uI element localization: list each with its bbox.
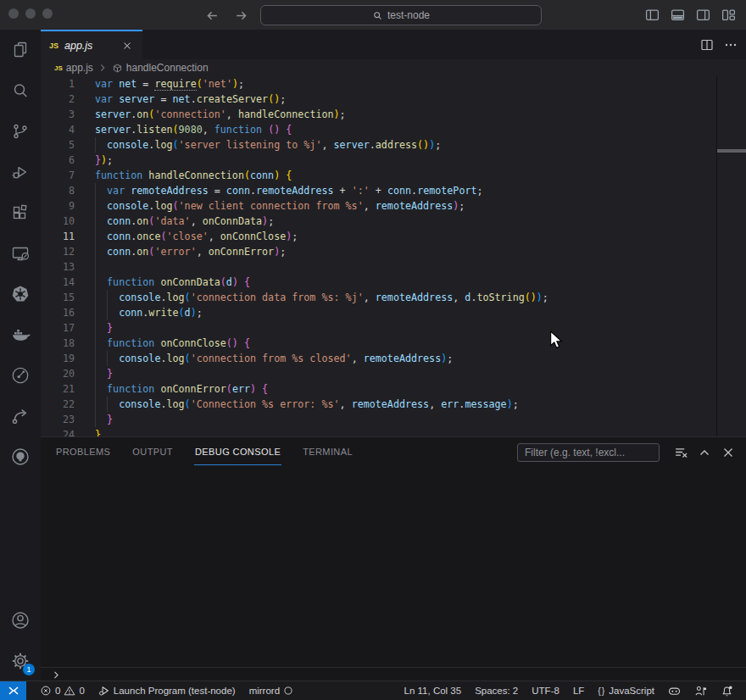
line-number: 3 [41, 107, 75, 122]
code-line-22[interactable]: 22 console.log('Connection %s error: %s'… [41, 397, 746, 412]
panel-tab-output[interactable]: OUTPUT [131, 439, 174, 465]
activity-bar-item-commit-graph[interactable] [0, 355, 41, 396]
code-line-3[interactable]: 3server.on('connection', handleConnectio… [41, 107, 746, 122]
activity-bar-item-accounts[interactable] [0, 600, 41, 641]
code-line-11[interactable]: 11 conn.once('close', onConnClose); [41, 229, 746, 244]
code-line-6[interactable]: 6}); [41, 153, 746, 168]
panel-tab-terminal[interactable]: TERMINAL [302, 439, 354, 465]
code-line-2[interactable]: 2var server = net.createServer(); [41, 92, 746, 107]
code-text: server.listen(9080, function () { [95, 122, 292, 137]
command-center-search[interactable]: test-node [260, 5, 542, 25]
remote-indicator[interactable] [0, 681, 26, 700]
activity-bar-item-search[interactable] [0, 70, 41, 111]
debug-console-repl-input[interactable] [41, 667, 746, 681]
activity-bar-item-run-and-debug[interactable] [0, 152, 41, 192]
code-line-8[interactable]: 8 var remoteAddress = conn.remoteAddress… [41, 183, 746, 198]
code-line-4[interactable]: 4server.listen(9080, function () { [41, 122, 746, 137]
customize-layout-button[interactable] [721, 8, 736, 22]
nav-back-button[interactable] [203, 7, 220, 24]
status-notifications[interactable] [715, 681, 739, 700]
line-number: 4 [41, 122, 75, 137]
close-tab-icon[interactable] [120, 39, 134, 53]
symbol-cube-icon [112, 63, 123, 74]
window-close-button[interactable] [8, 8, 19, 19]
split-editor-icon[interactable] [700, 38, 714, 52]
clear-console-icon[interactable] [673, 445, 688, 460]
code-line-7[interactable]: 7function handleConnection(conn) { [41, 168, 746, 183]
code-line-14[interactable]: 14 function onConnData(d) { [41, 275, 746, 290]
code-line-1[interactable]: 1var net = require('net'); [41, 76, 746, 92]
code-line-5[interactable]: 5 console.log('server listening to %j', … [41, 137, 746, 153]
code-line-10[interactable]: 10 conn.on('data', onConnData); [41, 214, 746, 229]
line-number: 19 [41, 351, 75, 366]
overview-ruler-marker [717, 149, 746, 153]
window-zoom-button[interactable] [42, 8, 53, 19]
line-number: 7 [41, 168, 75, 183]
code-line-23[interactable]: 23 } [41, 412, 746, 427]
activity-bar-item-explorer[interactable] [0, 30, 41, 70]
code-line-16[interactable]: 16 conn.write(d); [41, 305, 746, 320]
code-text: } [95, 320, 113, 336]
status-encoding[interactable]: UTF-8 [526, 681, 565, 700]
status-language-mode[interactable]: {}JavaScript [592, 681, 660, 700]
debug-console-filter-input[interactable] [517, 443, 660, 462]
code-line-13[interactable]: 13 [41, 259, 746, 275]
toggle-primary-sidebar-button[interactable] [645, 8, 660, 22]
code-line-9[interactable]: 9 console.log('new client connection fro… [41, 198, 746, 214]
status-copilot[interactable] [662, 681, 687, 700]
code-line-20[interactable]: 20 } [41, 366, 746, 381]
activity-bar-item-remote-explorer[interactable] [0, 233, 41, 274]
activity-bar-item-kubernetes[interactable] [0, 274, 41, 314]
code-text: console.log('connection from %s closed',… [95, 351, 453, 366]
breadcrumb-file[interactable]: app.js [66, 62, 93, 74]
line-number: 17 [41, 320, 75, 336]
panel-header: PROBLEMSOUTPUTDEBUG CONSOLETERMINAL [41, 437, 746, 467]
code-editor[interactable]: 1var net = require('net');2var server = … [41, 76, 746, 436]
code-line-12[interactable]: 12 conn.on('error', onConnError); [41, 244, 746, 259]
nav-forward-button[interactable] [232, 7, 249, 24]
panel-tab-debug-console[interactable]: DEBUG CONSOLE [194, 439, 281, 465]
code-line-21[interactable]: 21 function onConnError(err) { [41, 381, 746, 397]
line-number: 20 [41, 366, 75, 381]
activity-bar-item-github[interactable] [0, 436, 41, 477]
settings-badge: 1 [23, 664, 35, 675]
indent-guide [95, 259, 96, 275]
code-text: } [95, 427, 101, 436]
status-feedback[interactable] [688, 681, 713, 700]
editor-tab-bar: JS app.js [41, 30, 746, 59]
tab-app-js[interactable]: JS app.js [41, 30, 142, 59]
code-text: } [95, 366, 113, 381]
status-cursor-position[interactable]: Ln 11, Col 35 [398, 681, 468, 700]
breadcrumb-symbol[interactable]: handleConnection [126, 62, 209, 74]
status-debug-launch[interactable]: Launch Program (test-node) [92, 681, 242, 700]
status-eol[interactable]: LF [567, 681, 590, 700]
activity-bar-item-share[interactable] [0, 396, 41, 436]
window-minimize-button[interactable] [25, 8, 36, 19]
code-line-17[interactable]: 17 } [41, 320, 746, 336]
code-text: var server = net.createServer(); [95, 92, 286, 107]
code-line-18[interactable]: 18 function onConnClose() { [41, 336, 746, 351]
activity-bar-item-settings[interactable]: 1 [0, 641, 41, 681]
activity-bar-item-extensions[interactable] [0, 192, 41, 233]
maximize-panel-icon[interactable] [697, 445, 712, 460]
indent-guide [95, 336, 96, 351]
code-line-15[interactable]: 15 console.log('connection data from %s:… [41, 290, 746, 305]
code-text: console.log('new client connection from … [95, 198, 465, 214]
activity-bar-item-source-control[interactable] [0, 111, 41, 152]
line-number: 8 [41, 183, 75, 198]
code-text: conn.write(d); [95, 305, 203, 320]
status-mirrord[interactable]: mirrord [243, 681, 299, 700]
line-number: 16 [41, 305, 75, 320]
close-panel-icon[interactable] [721, 445, 736, 460]
debug-console-output[interactable] [41, 468, 746, 668]
status-problems[interactable]: 00 [34, 681, 91, 700]
activity-bar-item-docker[interactable] [0, 314, 41, 355]
toggle-secondary-sidebar-button[interactable] [696, 8, 710, 22]
code-line-24[interactable]: 24} [41, 427, 746, 436]
toggle-panel-button[interactable] [671, 8, 685, 22]
feedback-icon [694, 685, 707, 697]
panel-tab-problems[interactable]: PROBLEMS [55, 439, 111, 465]
more-actions-icon[interactable] [724, 38, 738, 52]
code-line-19[interactable]: 19 console.log('connection from %s close… [41, 351, 746, 366]
status-indentation[interactable]: Spaces: 2 [469, 681, 524, 700]
